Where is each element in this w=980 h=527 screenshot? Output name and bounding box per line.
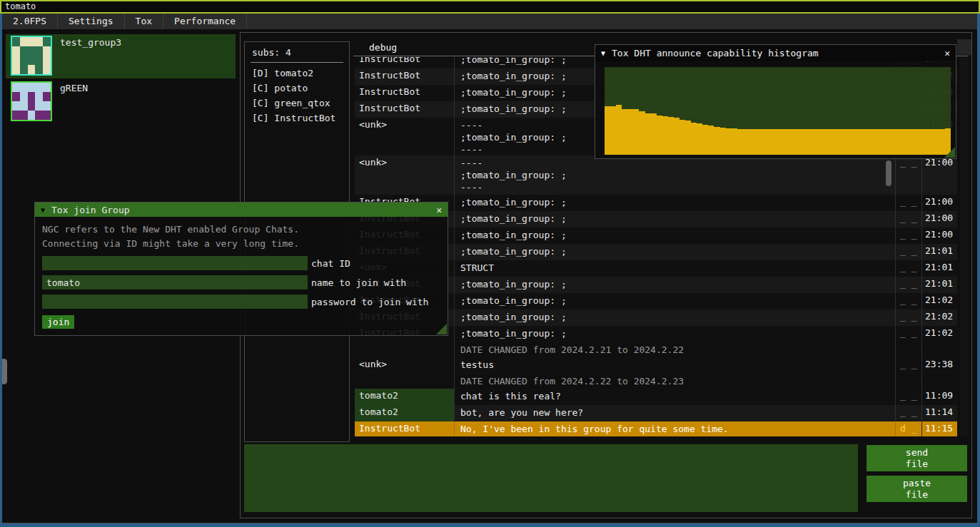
histogram-bar: [645, 113, 651, 155]
menu-item-performance[interactable]: Performance: [163, 14, 247, 29]
chat-row[interactable]: DATE CHANGED from 2024.2.22 to 2024.2.23: [355, 374, 957, 389]
chat-row[interactable]: <unk>---- ;tomato_in_group: ; ----_ _21:…: [355, 155, 957, 195]
sender-name: <unk>: [355, 155, 455, 195]
message-input[interactable]: [244, 444, 858, 512]
histogram-bar: [674, 118, 680, 155]
delivery-status: [896, 374, 922, 389]
histogram-bar: [864, 129, 870, 155]
subs-separator: [251, 62, 343, 63]
histogram-bar: [766, 129, 772, 155]
delivery-status: _ _: [896, 260, 922, 277]
histogram-bar: [662, 116, 668, 155]
chat-scrollbar[interactable]: [960, 57, 968, 436]
message-time: [922, 342, 956, 357]
message-time: 11:09: [922, 389, 956, 405]
sender-name: tomato2: [355, 389, 455, 405]
menu-item-tox[interactable]: Tox: [125, 14, 163, 29]
message-time: 21:01: [922, 260, 956, 277]
tab-debug[interactable]: debug: [369, 42, 397, 53]
send-file-button[interactable]: send file: [867, 445, 967, 471]
chat-row[interactable]: tomato2bot, are you new here?_ _11:14: [355, 405, 957, 421]
delivery-status: _ _: [896, 227, 922, 244]
group-name: gREEN: [60, 83, 88, 93]
histogram-bar: [772, 129, 777, 155]
message-text: STRUCT: [455, 260, 896, 277]
histogram-bar: [697, 123, 702, 155]
delivery-status: _ _: [896, 309, 922, 326]
histogram-bar: [680, 120, 685, 155]
join-password-input[interactable]: [42, 295, 308, 309]
subs-member[interactable]: [C] InstructBot: [245, 111, 349, 126]
histogram-bar: [795, 129, 801, 155]
join-name-input[interactable]: [42, 275, 308, 290]
collapse-arrow-icon[interactable]: ▼: [601, 49, 605, 57]
histogram-bar: [921, 129, 927, 155]
menu-item-2-0fps[interactable]: 2.0FPS: [2, 14, 58, 29]
window-titlebar[interactable]: tomato: [0, 0, 980, 14]
resize-grip[interactable]: [944, 147, 955, 158]
subs-member[interactable]: [C] potato: [245, 81, 349, 96]
histogram-bar: [899, 129, 904, 155]
chat-row[interactable]: InstructBotNo, I've been in this group f…: [355, 421, 957, 436]
sender-name: InstructBot: [355, 421, 455, 436]
resize-grip[interactable]: [436, 324, 447, 334]
sender-name: <unk>: [355, 357, 455, 374]
histogram-bar: [870, 129, 876, 155]
message-time: 21:00: [922, 227, 956, 244]
histogram-bar: [754, 129, 760, 155]
message-text: ;tomato_in_group: ;: [455, 195, 896, 211]
message-text: ;tomato_in_group: ;: [455, 211, 896, 227]
delivery-status: _ _: [896, 277, 922, 293]
delivery-status: _ _: [896, 211, 922, 227]
delivery-status: _ _: [896, 357, 922, 374]
menu-item-settings[interactable]: Settings: [58, 14, 125, 29]
close-icon[interactable]: ✕: [436, 205, 442, 215]
sender-name: [355, 374, 455, 389]
subs-member[interactable]: [C] green_qtox: [245, 96, 349, 111]
join-window-titlebar[interactable]: ▼ Tox join Group ✕: [35, 203, 448, 217]
paste-file-button[interactable]: paste file: [867, 476, 967, 502]
histogram-plot: [605, 67, 951, 155]
histogram-bar: [651, 113, 657, 155]
chat-id-input[interactable]: [42, 256, 308, 270]
chat-row[interactable]: tomato2chat is this real?_ _11:09: [355, 389, 957, 405]
group-name: test_group3: [60, 37, 121, 48]
close-icon[interactable]: ✕: [944, 48, 950, 58]
join-password-label: password to join with: [308, 297, 428, 307]
message-time: 21:01: [922, 277, 956, 293]
message-scrollbar[interactable]: [886, 160, 891, 186]
histogram-window-titlebar[interactable]: ▼ Tox DHT announce capability histogram …: [595, 45, 956, 61]
histogram-bar: [691, 123, 697, 155]
sender-name: [355, 342, 455, 357]
histogram-bar: [904, 129, 910, 155]
window-title: tomato: [5, 1, 36, 11]
message-text: ;tomato_in_group: ;: [455, 277, 896, 293]
histogram-bar: [910, 129, 916, 155]
collapse-arrow-icon[interactable]: ▼: [41, 206, 45, 214]
subs-member[interactable]: [D] tomato2: [245, 66, 349, 81]
sender-name: InstructBot: [355, 85, 455, 101]
sender-name: InstructBot: [355, 68, 455, 85]
join-info-text-1: NGC refers to the New DHT enabled Group …: [42, 222, 448, 237]
message-time: 21:02: [922, 293, 956, 309]
histogram-bar: [927, 129, 933, 155]
group-row-gREEN[interactable]: gREEN: [6, 80, 236, 124]
histogram-bar: [605, 106, 610, 155]
histogram-bar: [789, 129, 795, 155]
histogram-bar: [801, 129, 807, 155]
window-border-left: [0, 14, 2, 527]
delivery-status: _ _: [896, 195, 922, 211]
chat-row[interactable]: <unk>testus_ _23:38: [355, 357, 957, 374]
histogram-bar: [708, 126, 714, 155]
join-button[interactable]: join: [42, 315, 74, 329]
histogram-bar: [882, 129, 887, 155]
histogram-bar: [829, 129, 835, 155]
histogram-bar: [714, 127, 719, 155]
delivery-status: _ _: [896, 155, 922, 195]
histogram-bar: [610, 106, 616, 155]
delivery-status: [896, 342, 922, 357]
histogram-bar: [818, 129, 824, 155]
chat-row[interactable]: DATE CHANGED from 2024.2.21 to 2024.2.22: [355, 342, 957, 357]
group-row-test_group3[interactable]: test_group3: [6, 34, 236, 78]
message-text: ;tomato_in_group: ;: [455, 309, 896, 326]
